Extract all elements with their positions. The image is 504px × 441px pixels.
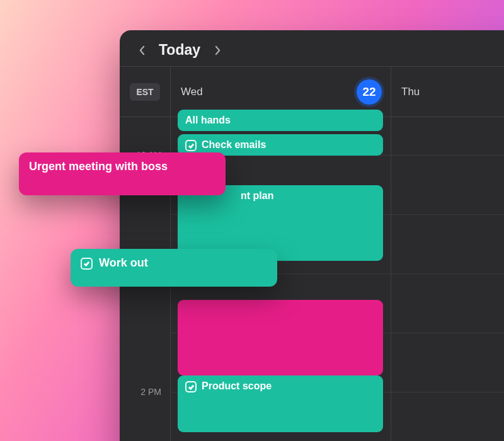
- calendar-app-window: Today EST Wed 22 Thu: [120, 30, 504, 441]
- floating-event-urgent[interactable]: Urgent meeting with boss: [19, 152, 226, 195]
- event-title: Check emails: [202, 139, 266, 151]
- event-product-scope[interactable]: Product scope: [178, 375, 383, 432]
- event-title: nt plan: [241, 190, 273, 202]
- day-number-badge: 22: [357, 79, 382, 105]
- next-day-button[interactable]: [209, 42, 226, 59]
- day-name-thu: Thu: [401, 86, 420, 98]
- event-title: Work out: [99, 256, 148, 270]
- event-title: All hands: [185, 115, 231, 126]
- event-title: Urgent meeting with boss: [29, 160, 168, 173]
- app-header: Today: [120, 30, 504, 66]
- timezone-cell: EST: [120, 67, 170, 117]
- event-all-hands[interactable]: All hands: [178, 110, 383, 131]
- day-header-thu[interactable]: Thu: [391, 67, 504, 117]
- thu-column-header: Thu: [391, 66, 504, 441]
- checkbox-icon[interactable]: [81, 258, 93, 270]
- event-title: Product scope: [202, 381, 272, 392]
- floating-event-workout[interactable]: Work out: [71, 249, 277, 287]
- prev-day-button[interactable]: [134, 42, 150, 59]
- hour-label: 2 PM: [120, 387, 170, 397]
- event-pink-block[interactable]: [178, 300, 383, 375]
- header-title: Today: [159, 42, 200, 59]
- chevron-left-icon: [139, 45, 145, 55]
- background-gradient: Today EST Wed 22 Thu: [0, 0, 504, 441]
- day-name-wed: Wed: [181, 86, 203, 98]
- checkbox-icon[interactable]: [185, 381, 197, 392]
- timezone-button[interactable]: EST: [130, 83, 159, 101]
- checkbox-icon[interactable]: [185, 140, 197, 151]
- chevron-right-icon: [215, 45, 220, 55]
